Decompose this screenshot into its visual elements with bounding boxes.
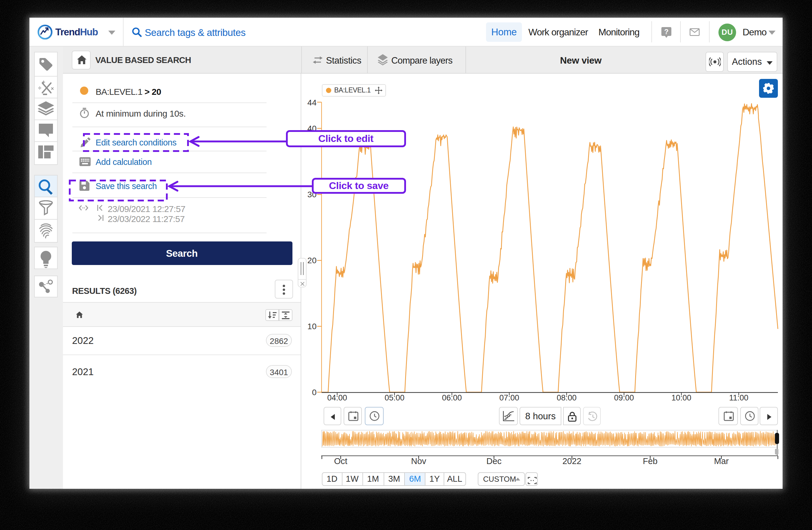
svg-text:+: + bbox=[42, 80, 45, 85]
svg-text:?: ? bbox=[664, 28, 669, 36]
svg-text:×: × bbox=[51, 86, 54, 92]
svg-text:÷: ÷ bbox=[38, 85, 42, 91]
